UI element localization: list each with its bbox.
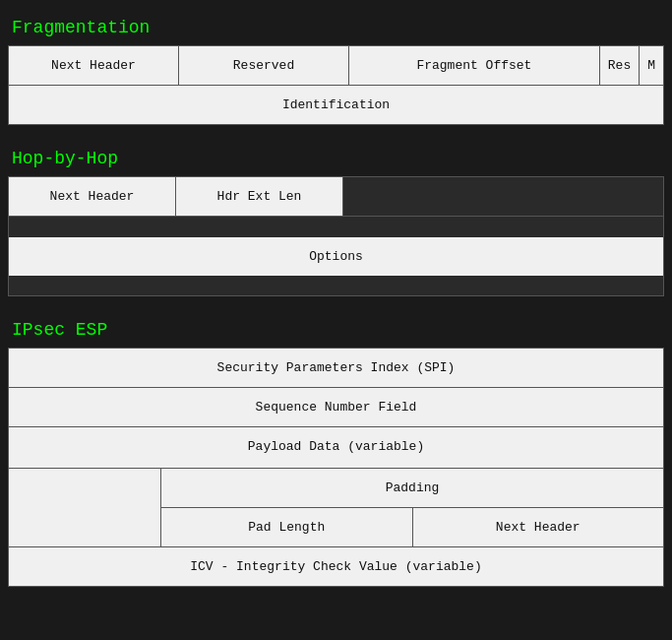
esp-right-area: Padding Pad Length Next Header bbox=[161, 469, 663, 546]
hop-row-2: Options bbox=[9, 217, 663, 295]
ipsec-esp-diagram: Security Parameters Index (SPI) Sequence… bbox=[8, 348, 664, 587]
hop-empty-cell bbox=[343, 177, 663, 216]
esp-combined-area: Padding Pad Length Next Header bbox=[9, 469, 663, 547]
frag-next-header-cell: Next Header bbox=[9, 46, 179, 85]
esp-pad-next-row: Pad Length Next Header bbox=[161, 508, 663, 546]
frag-identification-cell: Identification bbox=[9, 86, 663, 124]
esp-seq-cell: Sequence Number Field bbox=[9, 388, 663, 426]
hop-by-hop-title: Hop-by-Hop bbox=[0, 141, 672, 176]
esp-padding-cell: Padding bbox=[161, 469, 663, 508]
esp-payload-row: Payload Data (variable) bbox=[9, 427, 663, 469]
esp-next-header-cell: Next Header bbox=[413, 508, 664, 546]
frag-m-cell: M bbox=[640, 46, 663, 85]
frag-row-2: Identification bbox=[9, 86, 663, 124]
frag-reserved-cell: Reserved bbox=[179, 46, 349, 85]
esp-icv-cell: ICV - Integrity Check Value (variable) bbox=[9, 547, 663, 586]
ipsec-esp-section: IPsec ESP Security Parameters Index (SPI… bbox=[0, 312, 672, 587]
esp-icv-row: ICV - Integrity Check Value (variable) bbox=[9, 547, 663, 586]
frag-row-1: Next Header Reserved Fragment Offset Res… bbox=[9, 46, 663, 86]
esp-spi-cell: Security Parameters Index (SPI) bbox=[9, 349, 663, 387]
esp-seq-row: Sequence Number Field bbox=[9, 388, 663, 427]
hop-row-1: Next Header Hdr Ext Len bbox=[9, 177, 663, 217]
hop-next-header-cell: Next Header bbox=[9, 177, 176, 216]
hop-by-hop-diagram: Next Header Hdr Ext Len Options bbox=[8, 176, 664, 296]
esp-payload-cell: Payload Data (variable) bbox=[9, 427, 663, 468]
frag-res-cell: Res bbox=[600, 46, 640, 85]
esp-left-empty bbox=[9, 469, 161, 546]
hop-hdr-ext-cell: Hdr Ext Len bbox=[176, 177, 343, 216]
ipsec-esp-title: IPsec ESP bbox=[0, 312, 672, 348]
hop-options-cell: Options bbox=[9, 237, 663, 276]
fragmentation-section: Fragmentation Next Header Reserved Fragm… bbox=[0, 10, 672, 125]
fragmentation-diagram: Next Header Reserved Fragment Offset Res… bbox=[8, 45, 664, 125]
hop-by-hop-section: Hop-by-Hop Next Header Hdr Ext Len Optio… bbox=[0, 141, 672, 296]
esp-spi-row: Security Parameters Index (SPI) bbox=[9, 349, 663, 388]
fragmentation-title: Fragmentation bbox=[0, 10, 672, 45]
esp-pad-length-cell: Pad Length bbox=[161, 508, 413, 546]
frag-offset-cell: Fragment Offset bbox=[349, 46, 600, 85]
